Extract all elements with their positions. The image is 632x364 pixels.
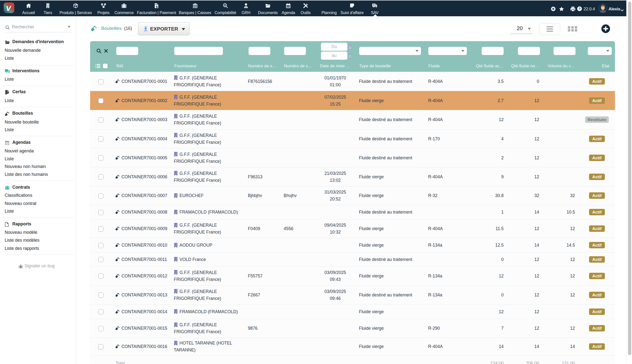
svg-text:$: $ [224,4,226,7]
svg-text:?: ? [578,7,580,10]
